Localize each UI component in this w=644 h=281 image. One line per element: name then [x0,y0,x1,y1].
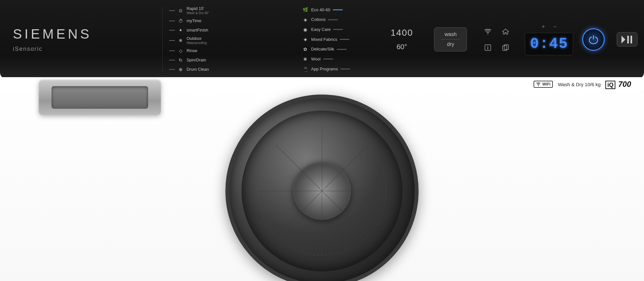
svg-marker-6 [621,36,625,43]
program-mytime[interactable]: ⏱ myTime [169,17,289,25]
settings-section: 1400 60° [374,0,430,79]
wool-bar [323,59,333,59]
program-eco4060[interactable]: 🌿 Eco 40-60 [302,6,367,14]
easycare-icon: ◉ [302,26,308,33]
cottons-icon: ◈ [302,16,308,23]
program-drumclean[interactable]: ⊕ Drum Clean [169,66,289,73]
svg-point-3 [488,45,488,46]
home-icon[interactable] [500,26,511,37]
drawer-area [10,80,190,115]
drum-outer [225,95,419,281]
program-dash [169,10,175,11]
wash-label: wash [445,32,457,37]
program-mytime-label: myTime [186,18,201,23]
delicatesilk-icon: ✿ [302,46,308,52]
control-row-top [482,26,511,37]
display-section: + − 0:45 [522,0,576,79]
program-eco4060-label: Eco 40-60 [311,7,330,13]
program-smartfinish-label: smartFinish [186,28,208,33]
wifi-label: WiFi [534,81,553,88]
program-easycare-label: Easy Care [311,27,331,32]
dry-label: dry [447,41,454,47]
program-smartfinish[interactable]: ✦ smartFinish [169,26,289,34]
svg-rect-7 [627,36,629,43]
drum-area [0,91,644,281]
power-button[interactable] [582,28,605,51]
rinse-icon: ◇ [177,48,184,54]
display-plus-btn[interactable]: + [542,23,545,30]
drawer-handle[interactable] [39,80,161,115]
control-row-mid [482,42,511,53]
program-outdoor-label: Outdoor [186,36,202,41]
program-cottons[interactable]: ◈ Cottons [302,16,367,23]
brand-logo: SIEMENS [13,26,149,42]
program-mixedfabrics[interactable]: ◈ Mixed Fabrics [302,35,367,43]
control-panel: SIEMENS iSensoric ⊙ Rapid 15' Wash & Dry… [0,0,644,79]
wifi-badge: WiFi [534,81,553,88]
eco4060-icon: 🌿 [302,6,308,13]
playpause-section [610,0,644,79]
appprograms-bar [340,68,350,69]
program-rinse[interactable]: ◇ Rinse [169,47,289,55]
info-icon[interactable] [482,42,493,53]
program-dash [169,50,175,51]
program-spindrain-label: Spin/Drain [186,58,206,63]
program-rinse-label: Rinse [186,48,197,53]
temp-display[interactable]: 60° [396,43,407,51]
program-cottons-label: Cottons [311,17,326,22]
wash-dry-section: wash dry [430,0,471,79]
easycare-bar [333,29,343,30]
appprograms-icon: 📱 [302,66,308,72]
cottons-bar [328,19,338,20]
model-number-text: 700 [618,80,631,88]
speed-display[interactable]: 1400 [391,28,413,38]
eco4060-bar [333,9,343,10]
drum-paddles [248,117,396,265]
program-delicatesilk[interactable]: ✿ Delicate/Silk [302,45,367,53]
program-easycare[interactable]: ◉ Easy Care [302,26,367,33]
program-dash [169,40,175,41]
program-appprograms[interactable]: 📱 App Programs [302,65,367,73]
program-wool-label: Wool [311,57,320,62]
program-mixedfabrics-label: Mixed Fabrics [311,37,337,42]
svg-point-9 [538,86,539,86]
program-rapid15[interactable]: ⊙ Rapid 15' Wash & Dry 60' [169,5,289,15]
wifi-icon[interactable] [482,26,493,37]
washing-machine: SIEMENS iSensoric ⊙ Rapid 15' Wash & Dry… [0,0,644,281]
power-section [576,0,610,79]
model-description: Wash & Dry 10/6 kg [558,82,601,87]
display-minus-btn[interactable]: − [553,23,557,30]
smartfinish-icon: ✦ [177,27,184,33]
program-rapid15-label: Rapid 15' [186,6,204,11]
program-wool[interactable]: ❋ Wool [302,55,367,63]
mytime-icon: ⏱ [177,18,184,24]
program-outdoor[interactable]: ❄ Outdoor Waterproofing [169,35,289,45]
program-delicatesilk-label: Delicate/Silk [311,47,334,52]
svg-rect-8 [630,36,632,43]
spindrain-icon: ↻ [177,57,184,63]
wifi-text: WiFi [542,82,550,86]
program-dash [169,21,175,21]
program-spindrain[interactable]: ↻ Spin/Drain [169,56,289,64]
wool-icon: ❋ [302,56,308,62]
rapid15-icon: ⊙ [177,7,184,14]
iq-prefix: iQ [605,81,615,89]
program-drumclean-label: Drum Clean [186,67,209,72]
drum-middle [242,111,402,271]
playpause-button[interactable] [617,32,638,47]
drawer-inner [52,86,148,109]
outdoor-icon: ❄ [177,37,184,44]
wash-dry-divider [441,39,460,40]
svg-point-0 [487,33,488,34]
program-outdoor-sublabel: Waterproofing [186,41,206,45]
program-dash [169,60,175,60]
mixedfabrics-bar [340,39,349,40]
program-rapid15-sublabel: Wash & Dry 60' [186,11,209,15]
brand-subtitle: iSensoric [13,46,149,52]
wash-dry-button[interactable]: wash dry [434,27,467,52]
copy-icon[interactable] [500,42,511,53]
time-display: 0:45 [530,36,568,52]
program-dash [169,30,175,31]
mixedfabrics-icon: ◈ [302,36,308,42]
drumclean-icon: ⊕ [177,66,184,73]
